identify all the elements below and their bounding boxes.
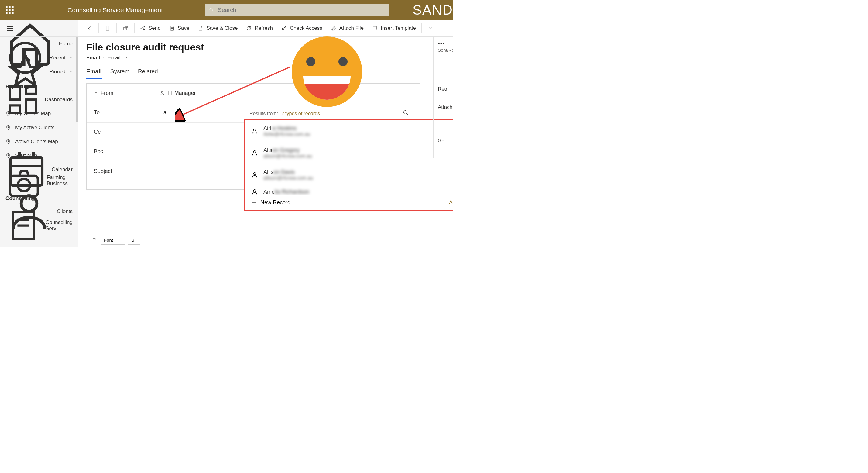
caret-down-icon <box>119 239 122 242</box>
attachments-count: 0 - <box>438 138 453 144</box>
app-launcher-button[interactable] <box>0 0 20 20</box>
cmd-label: Send <box>149 25 161 31</box>
sent-value: --- <box>438 40 453 47</box>
nav-label: Pinned <box>50 69 66 75</box>
send-icon <box>140 26 146 31</box>
tabs: Email System Related <box>86 68 445 79</box>
check-access-button[interactable]: Check Access <box>277 20 327 37</box>
svg-rect-27 <box>95 93 97 94</box>
main-content: File closure audit request Email · Email… <box>79 37 453 247</box>
field-label: Cc <box>94 129 100 135</box>
from-value[interactable]: IT Manager <box>168 90 196 96</box>
new-record-button[interactable]: New Record <box>251 199 290 206</box>
refresh-button[interactable]: Refresh <box>242 20 277 37</box>
regarding-label: Reg <box>438 86 453 92</box>
map-pin-icon <box>5 124 11 131</box>
svg-point-9 <box>8 141 9 142</box>
font-size-dropdown[interactable]: Si <box>128 236 140 245</box>
rich-text-toolbar[interactable]: Font Si <box>88 233 164 247</box>
chevron-down-icon <box>428 26 433 31</box>
nav-label: Home <box>59 41 72 47</box>
person-icon <box>251 188 258 195</box>
attach-file-button[interactable]: Attach File <box>327 20 368 37</box>
global-search[interactable] <box>205 4 389 16</box>
nav-label: My Clients Map <box>15 111 51 117</box>
results-types-link[interactable]: 2 types of records <box>281 111 320 116</box>
format-painter-icon[interactable] <box>92 237 97 243</box>
nav-counselling-service[interactable]: Counselling Servi... <box>0 218 78 233</box>
sidebar-scrollbar[interactable] <box>76 37 78 189</box>
result-name: Allison Davis <box>264 169 313 175</box>
svg-rect-24 <box>171 29 173 30</box>
nav-label: Counselling Servi... <box>45 219 72 232</box>
save-close-icon <box>198 26 203 31</box>
overflow-button[interactable] <box>423 20 438 37</box>
tab-email[interactable]: Email <box>86 68 102 79</box>
command-bar: Send Save Save & Close Refresh Check Acc… <box>0 20 453 37</box>
result-email: allison@rfcnsw.com.au <box>264 175 313 181</box>
cmd-label: Save <box>178 25 190 31</box>
font-size-label: Si <box>131 237 135 243</box>
advanced-lookup-link[interactable]: Advanced lookup <box>449 199 453 206</box>
svg-rect-3 <box>10 87 20 100</box>
person-icon <box>251 128 258 135</box>
lookup-result-item[interactable]: Allison Davis allison@rfcnsw.com.au <box>245 164 453 186</box>
cmd-label: Save & Close <box>206 25 238 31</box>
document-icon <box>5 208 41 243</box>
result-name: Amelia Richardson <box>264 189 309 195</box>
svg-point-25 <box>282 28 284 30</box>
page-icon <box>105 26 110 31</box>
save-close-button[interactable]: Save & Close <box>193 20 242 37</box>
nav-pinned[interactable]: Pinned <box>0 65 78 79</box>
person-icon <box>159 91 165 96</box>
nav-my-active-clients[interactable]: My Active Clients ... <box>0 121 78 135</box>
svg-rect-4 <box>26 87 36 94</box>
attachments-label: Attachm <box>438 104 453 110</box>
nav-dashboards[interactable]: Dashboards <box>0 93 78 107</box>
field-label: Subject <box>94 168 112 175</box>
from-row: From IT Manager <box>87 84 420 103</box>
chevron-down-icon[interactable] <box>124 56 128 60</box>
font-label: Font <box>104 237 113 243</box>
chevron-down-icon <box>70 55 72 60</box>
font-dropdown[interactable]: Font <box>100 236 125 245</box>
top-bar: Counselling Service Management SAND <box>0 0 453 20</box>
lookup-result-item[interactable]: Alison Gregory alison@rfcnsw.com.au <box>245 142 453 164</box>
result-name: Airlie Hoskins <box>264 125 310 131</box>
right-panel: --- Sent/Rece Reg Attachm 0 - <box>433 37 453 158</box>
svg-point-31 <box>253 129 255 131</box>
template-icon <box>372 26 378 31</box>
save-icon <box>169 26 175 31</box>
popout-button[interactable] <box>118 20 133 37</box>
nav-label: Recent <box>49 55 66 61</box>
popout-icon <box>123 26 128 31</box>
chevron-down-icon <box>70 69 72 74</box>
result-name: Alison Gregory <box>264 147 312 153</box>
nav-label: Clients <box>57 209 72 215</box>
record-button[interactable] <box>100 20 115 37</box>
breadcrumb-type: Email <box>107 55 121 61</box>
cmd-label: Insert Template <box>381 25 416 31</box>
app-launcher-icon <box>6 6 14 14</box>
insert-template-button[interactable]: Insert Template <box>368 20 420 37</box>
field-label: From <box>100 90 113 96</box>
svg-point-28 <box>161 91 163 93</box>
nav-active-clients-map[interactable]: Active Clients Map <box>0 135 78 149</box>
lookup-result-item[interactable]: Airlie Hoskins Airlie@rfcnsw.com.au <box>245 120 453 142</box>
result-email: Airlie@rfcnsw.com.au <box>264 131 310 137</box>
svg-rect-23 <box>171 26 173 27</box>
tab-system[interactable]: System <box>110 68 129 79</box>
tab-related[interactable]: Related <box>138 68 158 79</box>
environment-badge: SAND <box>412 2 453 18</box>
person-icon <box>251 172 258 178</box>
cmd-label: Attach File <box>339 25 364 31</box>
new-record-label: New Record <box>260 199 290 206</box>
svg-point-8 <box>8 126 9 128</box>
search-input[interactable] <box>218 7 384 13</box>
back-button[interactable] <box>82 20 97 37</box>
svg-rect-21 <box>106 26 109 30</box>
send-button[interactable]: Send <box>136 20 165 37</box>
save-button[interactable]: Save <box>165 20 194 37</box>
svg-point-33 <box>253 173 255 175</box>
results-from-label: Results from: <box>249 111 278 116</box>
